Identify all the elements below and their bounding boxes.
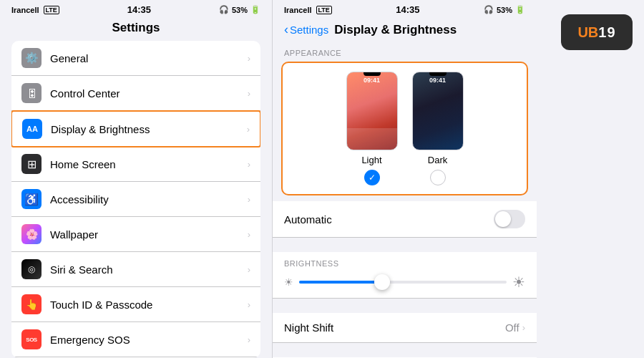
light-mode-preview: 09:41 <box>346 72 398 150</box>
touch-id-chevron: › <box>248 299 250 310</box>
right-content-area: APPEARANCE 09:41 Light ✓ 09:41 <box>273 40 537 358</box>
brightness-slider-thumb[interactable] <box>374 274 390 290</box>
settings-item-siri[interactable]: ◎ Siri & Search › <box>11 252 260 287</box>
light-label: Light <box>361 155 381 165</box>
settings-list: ⚙️ General › 🎛 Control Center › AA Displ… <box>11 41 260 358</box>
dark-time: 09:41 <box>413 77 463 84</box>
dark-notch <box>429 72 447 76</box>
general-chevron: › <box>248 53 250 64</box>
display-label: Display & Brightness <box>51 123 247 135</box>
appearance-box: 09:41 Light ✓ 09:41 Dark <box>281 62 528 195</box>
general-label: General <box>50 52 248 64</box>
left-page-title: Settings <box>0 18 272 41</box>
back-button[interactable]: ‹ Settings <box>284 22 328 37</box>
section-gap-3 <box>273 343 537 357</box>
sun-large-icon: ☀ <box>512 274 525 291</box>
logo-area: UB19 <box>537 0 644 358</box>
appearance-section-label: APPEARANCE <box>273 46 537 62</box>
appearance-options: 09:41 Light ✓ 09:41 Dark <box>291 72 518 185</box>
general-icon: ⚙️ <box>21 48 42 68</box>
site-logo: UB19 <box>561 14 633 50</box>
right-nav-header: ‹ Settings Display & Brightness <box>273 18 537 40</box>
brightness-slider-row: ☀ ☀ <box>284 274 525 291</box>
night-shift-label: Night Shift <box>284 321 505 334</box>
logo-text: UB <box>577 24 598 41</box>
siri-chevron: › <box>248 264 250 275</box>
wallpaper-chevron: › <box>248 229 250 240</box>
right-status-right: 🎧 53% 🔋 <box>484 5 525 14</box>
left-status-bar: Irancell LTE 14:35 🎧 53% 🔋 <box>0 0 272 18</box>
section-gap-2 <box>273 299 537 313</box>
home-screen-icon: ⊞ <box>21 154 42 174</box>
battery-icon: 🔋 <box>250 5 260 14</box>
accessibility-chevron: › <box>248 194 250 205</box>
settings-item-wallpaper[interactable]: 🌸 Wallpaper › <box>11 217 260 252</box>
left-status-right: 🎧 53% 🔋 <box>219 5 260 14</box>
touch-id-label: Touch ID & Passcode <box>50 299 248 311</box>
light-mode-option[interactable]: 09:41 Light ✓ <box>346 72 398 185</box>
night-shift-row[interactable]: Night Shift Off › <box>273 313 537 343</box>
display-chevron: › <box>247 124 250 135</box>
right-headphones-icon: 🎧 <box>484 5 494 14</box>
brightness-section: BRIGHTNESS ☀ ☀ <box>273 252 537 299</box>
settings-item-control-center[interactable]: 🎛 Control Center › <box>11 76 260 111</box>
settings-item-display[interactable]: AA Display & Brightness › <box>11 110 260 147</box>
control-center-chevron: › <box>248 88 250 99</box>
accessibility-label: Accessibility <box>50 193 248 205</box>
siri-icon: ◎ <box>21 259 42 279</box>
back-label: Settings <box>290 24 328 36</box>
light-selected-check: ✓ <box>364 170 380 185</box>
network-text: LTE <box>44 6 59 14</box>
right-phone: Irancell LTE 14:35 🎧 53% 🔋 ‹ Settings Di… <box>272 0 537 358</box>
right-status-left: Irancell LTE <box>284 6 332 14</box>
left-time: 14:35 <box>127 4 151 15</box>
left-phone: Irancell LTE 14:35 🎧 53% 🔋 Settings ⚙️ G… <box>0 0 272 358</box>
home-screen-chevron: › <box>248 159 250 170</box>
wallpaper-icon: 🌸 <box>21 224 42 244</box>
night-shift-chevron: › <box>522 322 525 333</box>
right-network: LTE <box>316 6 332 14</box>
settings-item-general[interactable]: ⚙️ General › <box>11 41 260 76</box>
dark-unselected-circle <box>430 170 446 185</box>
dark-label: Dark <box>428 155 447 165</box>
control-center-icon: 🎛 <box>21 83 42 103</box>
light-time: 09:41 <box>347 77 397 84</box>
settings-item-emergency-sos[interactable]: SOS Emergency SOS › <box>11 322 260 357</box>
right-status-bar: Irancell LTE 14:35 🎧 53% 🔋 <box>273 0 537 18</box>
headphones-icon: 🎧 <box>219 5 229 14</box>
settings-item-touch-id[interactable]: 👆 Touch ID & Passcode › <box>11 287 260 322</box>
emergency-sos-label: Emergency SOS <box>50 334 248 346</box>
brightness-slider-track[interactable] <box>299 281 507 284</box>
display-icon: AA <box>22 119 42 139</box>
brightness-slider-fill <box>299 281 382 284</box>
right-carrier: Irancell <box>284 6 312 14</box>
sun-small-icon: ☀ <box>284 276 293 288</box>
right-page-title: Display & Brightness <box>334 23 457 37</box>
section-gap-1 <box>273 238 537 252</box>
night-shift-value: Off <box>505 321 519 334</box>
carrier-text: Irancell <box>11 6 39 14</box>
emergency-sos-chevron: › <box>248 334 250 345</box>
right-battery-pct: 53% <box>497 6 512 14</box>
dark-mode-option[interactable]: 09:41 Dark <box>412 72 464 185</box>
back-chevron-icon: ‹ <box>284 22 288 37</box>
automatic-row[interactable]: Automatic <box>273 201 537 238</box>
right-time: 14:35 <box>396 4 419 15</box>
automatic-label: Automatic <box>284 213 494 226</box>
control-center-label: Control Center <box>50 87 248 100</box>
touch-id-icon: 👆 <box>21 294 42 314</box>
logo-number: 19 <box>598 24 615 41</box>
light-notch <box>364 72 381 76</box>
wallpaper-label: Wallpaper <box>50 228 248 241</box>
home-screen-label: Home Screen <box>50 158 248 170</box>
emergency-sos-icon: SOS <box>21 329 42 349</box>
battery-text: 53% <box>232 6 248 14</box>
right-battery-icon: 🔋 <box>515 5 525 14</box>
siri-label: Siri & Search <box>50 263 248 276</box>
automatic-toggle[interactable] <box>494 210 525 228</box>
settings-item-home-screen[interactable]: ⊞ Home Screen › <box>11 147 260 182</box>
settings-item-accessibility[interactable]: ♿ Accessibility › <box>11 182 260 217</box>
dark-mode-preview: 09:41 <box>412 72 464 150</box>
brightness-section-label: BRIGHTNESS <box>284 259 525 268</box>
automatic-toggle-knob <box>495 211 511 227</box>
